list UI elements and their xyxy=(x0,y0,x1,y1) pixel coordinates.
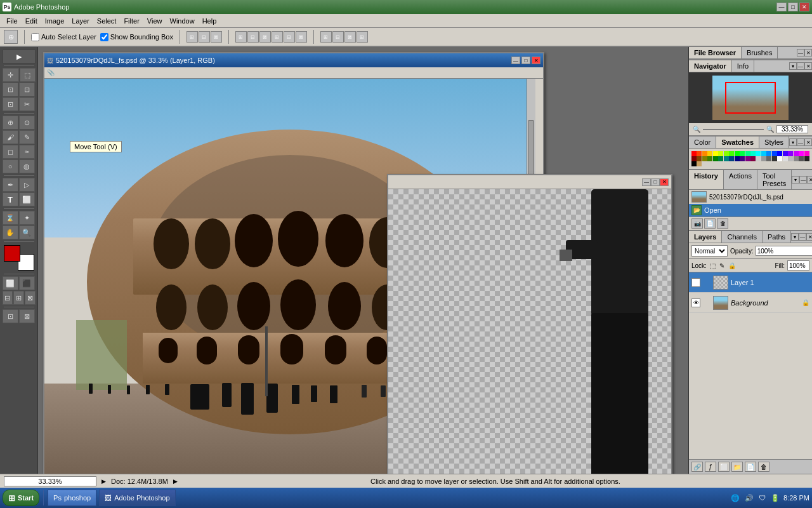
swatch-cell[interactable] xyxy=(783,151,788,156)
swatch-cell[interactable] xyxy=(788,156,793,161)
zoom-slider[interactable] xyxy=(703,129,764,130)
tab-info[interactable]: Info xyxy=(732,60,754,72)
history-menu-btn[interactable]: ▾ xyxy=(792,176,799,184)
crop-tool[interactable]: ⊡ xyxy=(3,97,18,111)
pencil-tool[interactable]: ✎ xyxy=(19,130,35,144)
swatch-cell[interactable] xyxy=(799,151,804,156)
move-tool-options-icon[interactable]: ⊕ xyxy=(4,30,18,44)
swatch-cell[interactable] xyxy=(729,156,734,161)
swatch-cell[interactable] xyxy=(697,151,702,156)
swatch-cell[interactable] xyxy=(691,161,697,166)
align-btn-5[interactable]: ⊟ xyxy=(284,31,295,43)
swatch-cell[interactable] xyxy=(724,156,729,161)
layer-1-visibility[interactable]: 👁 xyxy=(691,278,700,287)
add-style-btn[interactable]: ƒ xyxy=(705,462,716,472)
swatch-cell[interactable] xyxy=(702,156,707,161)
heal-tool[interactable]: ⊕ xyxy=(3,116,18,130)
swatch-cell[interactable] xyxy=(697,156,702,161)
file-browser-close-btn[interactable]: ✕ xyxy=(804,49,812,57)
tab-navigator[interactable]: Navigator xyxy=(689,60,732,72)
lasso-tool-2[interactable]: ⊡ xyxy=(19,83,35,97)
dodge-tool[interactable]: ○ xyxy=(3,159,18,173)
path-select-tool[interactable]: ▷ xyxy=(19,178,35,192)
tab-channels[interactable]: Channels xyxy=(722,231,762,243)
menu-filter[interactable]: Filter xyxy=(120,16,143,26)
distribute-btn-3[interactable]: ⊠ xyxy=(344,31,356,43)
auto-select-layer-input[interactable] xyxy=(31,33,39,41)
menu-image[interactable]: Image xyxy=(41,16,69,26)
tab-color[interactable]: Color xyxy=(689,137,716,148)
tab-paths[interactable]: Paths xyxy=(763,231,791,243)
swatch-cell[interactable] xyxy=(756,156,761,161)
menu-view[interactable]: View xyxy=(143,16,166,26)
color-selector[interactable] xyxy=(4,245,34,271)
layers-menu-btn[interactable]: ▾ xyxy=(791,233,799,241)
start-button[interactable]: ⊞ Start xyxy=(3,490,39,506)
foreground-color-box[interactable] xyxy=(4,245,20,262)
tab-actions[interactable]: Actions xyxy=(724,170,757,189)
pen-tool[interactable]: ✒ xyxy=(3,178,18,192)
swatch-cell[interactable] xyxy=(713,156,718,161)
shape-tool[interactable]: ⬜ xyxy=(19,192,35,206)
align-btn-6[interactable]: ⊠ xyxy=(296,31,307,43)
tab-history[interactable]: History xyxy=(689,170,724,189)
align-btn-1[interactable]: ⊞ xyxy=(235,31,247,43)
tab-brushes[interactable]: Brushes xyxy=(742,47,778,58)
menu-file[interactable]: File xyxy=(3,16,22,26)
swatch-cell[interactable] xyxy=(766,156,771,161)
menu-window[interactable]: Window xyxy=(166,16,199,26)
show-bounding-box-input[interactable] xyxy=(100,33,108,41)
screen-mode-1[interactable]: ⊟ xyxy=(3,291,13,305)
swatch-cell[interactable] xyxy=(761,151,766,156)
history-source-item[interactable]: 520153079rDQdJL_fs.psd xyxy=(689,190,812,204)
nav-close-btn[interactable]: ✕ xyxy=(804,62,812,70)
swatch-cell[interactable] xyxy=(799,156,804,161)
swatch-cell[interactable] xyxy=(735,156,740,161)
swatch-cell[interactable] xyxy=(756,151,761,156)
eyedropper-tool[interactable]: ⌛ xyxy=(3,211,18,225)
swatch-cell[interactable] xyxy=(777,156,782,161)
menu-help[interactable]: Help xyxy=(199,16,221,26)
swatch-cell[interactable] xyxy=(735,151,740,156)
brush-tool[interactable]: 🖌 xyxy=(3,130,18,144)
tab-file-browser[interactable]: File Browser xyxy=(689,47,742,58)
transform-btn-2[interactable]: ⊟ xyxy=(199,31,210,43)
swatch-cell[interactable] xyxy=(794,156,799,161)
taskbar-photoshop-icon[interactable]: Ps phoshop xyxy=(48,490,96,506)
swatch-cell[interactable] xyxy=(745,156,750,161)
distribute-btn-4[interactable]: ⊞ xyxy=(357,31,368,43)
swatch-cell[interactable] xyxy=(788,151,793,156)
sec-maximize-btn[interactable]: □ xyxy=(651,178,660,186)
lasso-tool[interactable]: ⊡ xyxy=(3,83,18,97)
swatch-cell[interactable] xyxy=(745,151,750,156)
swatch-cell[interactable] xyxy=(697,161,702,166)
layer-background-row[interactable]: 👁 Background 🔒 xyxy=(689,293,812,313)
doc-minimize-btn[interactable]: — xyxy=(511,57,520,64)
lock-pixels-icon[interactable]: ⬚ xyxy=(709,262,716,270)
sec-minimize-btn[interactable]: — xyxy=(642,178,651,186)
blend-mode-select[interactable]: Normal Multiply Screen Overlay xyxy=(691,245,728,257)
swatch-cell[interactable] xyxy=(724,151,729,156)
tab-swatches[interactable]: Swatches xyxy=(716,137,759,148)
hand-tool[interactable]: ✋ xyxy=(3,225,18,239)
file-browser-min-btn[interactable]: — xyxy=(797,49,804,57)
add-mask-btn[interactable]: ⬜ xyxy=(718,462,730,472)
show-bounding-box-checkbox[interactable]: Show Bounding Box xyxy=(100,33,173,41)
smudge-tool[interactable]: ≈ xyxy=(19,145,35,159)
swatch-cell[interactable] xyxy=(804,151,809,156)
swatch-cell[interactable] xyxy=(718,156,723,161)
toolbar-top-btn[interactable]: ▶ xyxy=(3,50,36,64)
swatch-cell[interactable] xyxy=(691,151,697,156)
zoom-in-icon[interactable]: 🔍 xyxy=(766,126,774,133)
sec-close-btn[interactable]: ✕ xyxy=(660,178,669,186)
navigator-preview[interactable] xyxy=(689,72,812,123)
auto-select-layer-checkbox[interactable]: Auto Select Layer xyxy=(31,33,96,41)
screen-mode-3[interactable]: ⊠ xyxy=(25,291,36,305)
swatch-cell[interactable] xyxy=(804,156,809,161)
zoom-tool[interactable]: 🔍 xyxy=(19,225,35,239)
eraser-tool[interactable]: ◻ xyxy=(3,145,18,159)
layers-close-btn[interactable]: ✕ xyxy=(806,233,812,241)
stamp-tool[interactable]: ⊙ xyxy=(19,116,35,130)
swatch-cell[interactable] xyxy=(729,151,734,156)
swatch-cell[interactable] xyxy=(761,156,766,161)
